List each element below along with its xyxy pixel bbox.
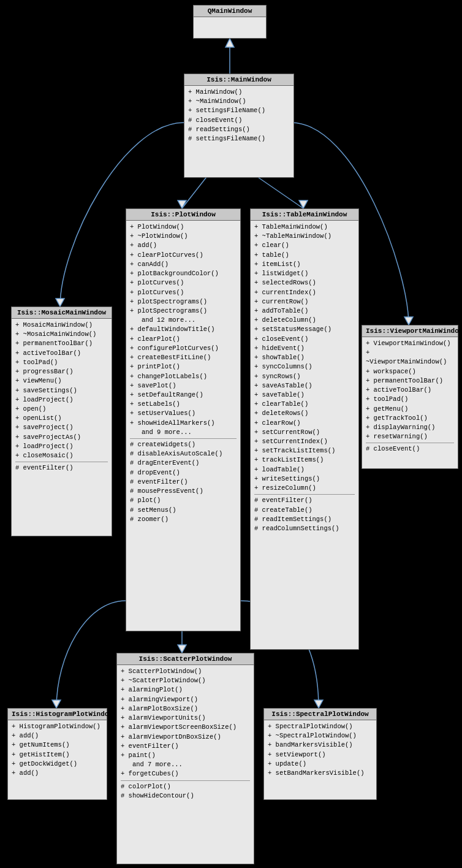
svg-marker-3 bbox=[178, 200, 186, 208]
svg-marker-5 bbox=[299, 200, 308, 208]
class-title-MosaicMainWindow: Isis::MosaicMainWindow bbox=[12, 307, 112, 319]
class-title-TableMainWindow: Isis::TableMainWindow bbox=[251, 209, 358, 221]
diagram-container: QMainWindow Isis::MainWindow + MainWindo… bbox=[0, 0, 462, 868]
class-MainWindow: Isis::MainWindow + MainWindow() + ~MainW… bbox=[184, 74, 294, 178]
class-title-PlotWindow: Isis::PlotWindow bbox=[126, 209, 240, 221]
class-ViewportMainWindow: Isis::ViewportMainWindow + ViewportMainW… bbox=[362, 325, 458, 469]
class-title-SpectralPlotWindow: Isis::SpectralPlotWindow bbox=[264, 709, 376, 720]
class-content-ViewportMainWindow: + ViewportMainWindow() + ~ViewportMainWi… bbox=[362, 337, 458, 456]
class-QMainWindow: QMainWindow bbox=[193, 5, 267, 39]
class-title-HistogramPlotWindow: Isis::HistogramPlotWindow bbox=[8, 709, 107, 720]
class-title-MainWindow: Isis::MainWindow bbox=[184, 74, 293, 86]
svg-line-2 bbox=[182, 175, 208, 208]
svg-marker-1 bbox=[225, 39, 234, 47]
svg-line-4 bbox=[254, 175, 303, 208]
class-SpectralPlotWindow: Isis::SpectralPlotWindow + SpectralPlotW… bbox=[263, 708, 377, 800]
class-title-ScatterPlotWindow: Isis::ScatterPlotWindow bbox=[117, 653, 254, 665]
svg-marker-11 bbox=[314, 700, 323, 708]
class-content-SpectralPlotWindow: + SpectralPlotWindow() + ~SpectralPlotWi… bbox=[264, 720, 376, 780]
class-title-ViewportMainWindow: Isis::ViewportMainWindow bbox=[362, 326, 458, 337]
class-content-TableMainWindow: + TableMainWindow() + ~TableMainWindow()… bbox=[251, 221, 358, 535]
class-content-MosaicMainWindow: + MosaicMainWindow() + ~MosaicMainWindow… bbox=[12, 319, 112, 475]
class-content-QMainWindow bbox=[194, 17, 266, 27]
svg-marker-7 bbox=[404, 317, 413, 325]
svg-marker-9 bbox=[178, 645, 186, 653]
class-MosaicMainWindow: Isis::MosaicMainWindow + MosaicMainWindo… bbox=[11, 306, 112, 536]
svg-marker-6 bbox=[56, 299, 64, 306]
class-ScatterPlotWindow: Isis::ScatterPlotWindow + ScatterPlotWin… bbox=[116, 653, 254, 864]
svg-marker-10 bbox=[52, 700, 61, 708]
class-PlotWindow: Isis::PlotWindow + PlotWindow() + ~PlotW… bbox=[126, 208, 241, 631]
class-TableMainWindow: Isis::TableMainWindow + TableMainWindow(… bbox=[250, 208, 359, 650]
class-title-QMainWindow: QMainWindow bbox=[194, 6, 266, 17]
class-content-MainWindow: + MainWindow() + ~MainWindow() + setting… bbox=[184, 86, 293, 145]
class-content-PlotWindow: + PlotWindow() + ~PlotWindow() + add() +… bbox=[126, 221, 240, 526]
class-content-HistogramPlotWindow: + HistogramPlotWindow() + add() + getNum… bbox=[8, 720, 107, 780]
class-HistogramPlotWindow: Isis::HistogramPlotWindow + HistogramPlo… bbox=[7, 708, 107, 800]
class-content-ScatterPlotWindow: + ScatterPlotWindow() + ~ScatterPlotWind… bbox=[117, 665, 254, 802]
